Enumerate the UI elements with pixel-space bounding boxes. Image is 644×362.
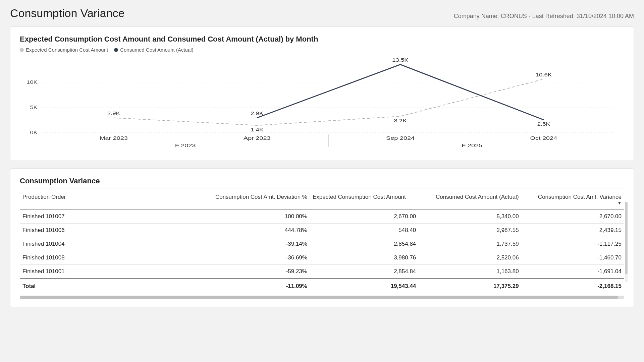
cell-expected: 2,854.84 (310, 237, 419, 251)
variance-table: Production OrderConsumption Cost Amt. De… (20, 190, 624, 294)
svg-text:2.5K: 2.5K (537, 122, 550, 127)
table-wrap: Production OrderConsumption Cost Amt. De… (20, 190, 624, 294)
cell-variance: -1,460.70 (522, 251, 624, 265)
cell-dev: 100.00% (201, 209, 310, 224)
table-card: Consumption Variance Production OrderCon… (10, 168, 634, 307)
column-header-variance[interactable]: Consumption Cost Amt. Variance▼ (522, 190, 624, 209)
svg-text:0K: 0K (30, 130, 38, 135)
svg-text:Mar 2023: Mar 2023 (100, 135, 128, 141)
column-header-dev[interactable]: Consumption Cost Amt. Deviation % (201, 190, 310, 209)
table-row[interactable]: Finished 101001-59.23%2,854.841,163.80-1… (20, 265, 624, 279)
table-header: Production OrderConsumption Cost Amt. De… (20, 190, 624, 209)
vertical-scrollbar[interactable] (625, 202, 628, 282)
cell-variance: -1,691.04 (522, 265, 624, 279)
chart-legend: Expected Consumption Cost Amount Consume… (20, 47, 624, 53)
total-cell-variance: -2,168.15 (522, 279, 624, 294)
chart-plot-area[interactable]: 0K5K10KMar 2023Apr 2023Sep 2024Oct 2024F… (20, 55, 624, 153)
svg-text:3.2K: 3.2K (394, 118, 407, 123)
page-header: Consumption Variance Company Name: CRONU… (10, 7, 634, 20)
cell-dev: -39.14% (201, 237, 310, 251)
cell-expected: 2,670.00 (310, 209, 419, 224)
cell-order: Finished 101001 (20, 265, 201, 279)
column-header-actual[interactable]: Consumed Cost Amount (Actual) (419, 190, 521, 209)
cell-variance: 2,670.00 (522, 209, 624, 224)
vertical-scrollbar-thumb[interactable] (625, 202, 628, 274)
cell-actual: 1,737.59 (419, 237, 521, 251)
table-row[interactable]: Finished 101006444.78%548.402,987.552,43… (20, 224, 624, 237)
page-title: Consumption Variance (10, 7, 124, 20)
svg-text:2.9K: 2.9K (251, 111, 263, 116)
svg-text:F 2023: F 2023 (175, 142, 196, 148)
cell-actual: 2,987.55 (419, 224, 521, 237)
cell-order: Finished 101006 (20, 224, 201, 237)
legend-label: Expected Consumption Cost Amount (26, 47, 108, 53)
legend-label: Consumed Cost Amount (Actual) (120, 47, 193, 53)
table-row[interactable]: Finished 101008-36.69%3,980.762,520.06-1… (20, 251, 624, 265)
svg-text:10K: 10K (26, 79, 38, 84)
legend-dot-icon (20, 48, 24, 52)
column-header-expected[interactable]: Expected Consumption Cost Amount (310, 190, 419, 209)
svg-text:Sep 2024: Sep 2024 (386, 135, 415, 141)
legend-item-expected[interactable]: Expected Consumption Cost Amount (20, 47, 108, 53)
cell-order: Finished 101004 (20, 237, 201, 251)
svg-text:Oct 2024: Oct 2024 (530, 135, 557, 141)
svg-text:1.4K: 1.4K (251, 127, 263, 132)
total-cell-actual: 17,375.29 (419, 279, 521, 294)
total-cell-expected: 19,543.44 (310, 279, 419, 294)
cell-dev: -59.23% (201, 265, 310, 279)
svg-text:5K: 5K (30, 105, 38, 110)
cell-actual: 1,163.80 (419, 265, 521, 279)
cell-variance: -1,117.25 (522, 237, 624, 251)
cell-actual: 5,340.00 (419, 209, 521, 224)
total-cell-order: Total (20, 279, 201, 294)
svg-text:Apr 2023: Apr 2023 (244, 135, 271, 141)
chart-card: Expected Consumption Cost Amount and Con… (10, 26, 634, 161)
table-footer: Total-11.09%19,543.4417,375.29-2,168.15 (20, 279, 624, 294)
legend-item-actual[interactable]: Consumed Cost Amount (Actual) (114, 47, 193, 53)
svg-text:F 2025: F 2025 (462, 142, 482, 148)
cell-actual: 2,520.06 (419, 251, 521, 265)
total-cell-dev: -11.09% (201, 279, 310, 294)
svg-text:2.9K: 2.9K (107, 111, 120, 116)
cell-expected: 548.40 (310, 224, 419, 237)
cell-expected: 3,980.76 (310, 251, 419, 265)
horizontal-scrollbar-thumb[interactable] (20, 296, 618, 299)
cell-dev: 444.78% (201, 224, 310, 237)
cell-dev: -36.69% (201, 251, 310, 265)
cell-order: Finished 101007 (20, 209, 201, 224)
cell-expected: 2,854.84 (310, 265, 419, 279)
column-header-order[interactable]: Production Order (20, 190, 201, 209)
company-refresh-info: Company Name: CRONUS - Last Refreshed: 3… (454, 13, 634, 20)
chart-svg: 0K5K10KMar 2023Apr 2023Sep 2024Oct 2024F… (20, 55, 624, 153)
table-title: Consumption Variance (20, 177, 624, 188)
cell-variance: 2,439.15 (522, 224, 624, 237)
chart-title: Expected Consumption Cost Amount and Con… (20, 35, 624, 44)
cell-order: Finished 101008 (20, 251, 201, 265)
table-row[interactable]: Finished 101004-39.14%2,854.841,737.59-1… (20, 237, 624, 251)
svg-text:13.5K: 13.5K (392, 58, 408, 63)
sort-caret-icon: ▼ (524, 202, 622, 204)
horizontal-scrollbar[interactable] (20, 296, 624, 299)
svg-text:10.6K: 10.6K (536, 72, 552, 77)
legend-dot-icon (114, 48, 118, 52)
table-row[interactable]: Finished 101007100.00%2,670.005,340.002,… (20, 209, 624, 224)
table-body: Finished 101007100.00%2,670.005,340.002,… (20, 209, 624, 279)
